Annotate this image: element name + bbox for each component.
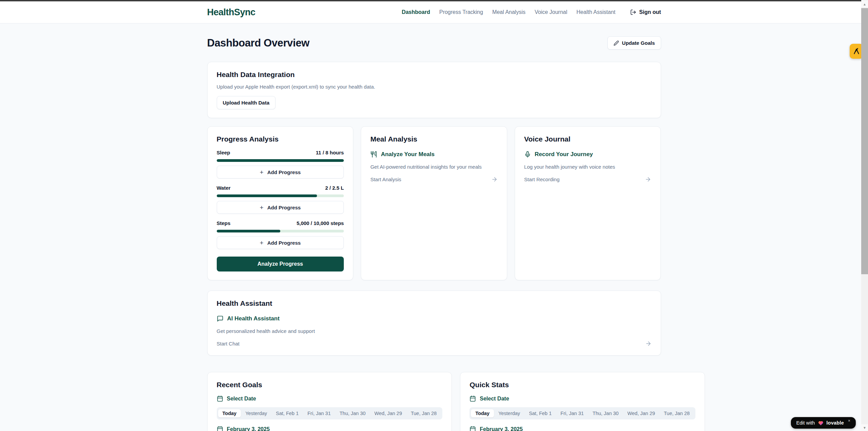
analyze-your-meals-label: Analyze Your Meals <box>381 151 435 158</box>
health-assistant-description: Get personalized health advice and suppo… <box>217 328 652 334</box>
water-progress-fill <box>217 194 317 197</box>
arrow-right-icon <box>491 176 498 183</box>
analyze-your-meals-link[interactable]: Analyze Your Meals <box>370 151 498 158</box>
date-tab-today[interactable]: Today <box>471 409 494 417</box>
date-tab-fri-jan-31[interactable]: Fri, Jan 31 <box>303 409 335 417</box>
scrollbar-down-arrow[interactable]: ▼ <box>861 424 868 431</box>
start-chat-link[interactable]: Start Chat <box>217 340 652 347</box>
metric-sleep-label: Sleep <box>217 150 230 155</box>
plus-icon: + <box>260 169 264 175</box>
metric-sleep-value: 11 / 8 hours <box>316 150 344 155</box>
nav-item-dashboard[interactable]: Dashboard <box>402 9 430 15</box>
recent-goals-select-date[interactable]: Select Date <box>217 395 443 402</box>
date-tab-sat-feb-1[interactable]: Sat, Feb 1 <box>525 409 556 417</box>
date-tab-wed-jan-29[interactable]: Wed, Jan 29 <box>370 409 406 417</box>
sign-out-button[interactable]: Sign out <box>630 9 661 15</box>
metric-steps-label: Steps <box>217 220 231 226</box>
quick-stats-select-date[interactable]: Select Date <box>470 395 695 402</box>
date-tab-thu-jan-30[interactable]: Thu, Jan 30 <box>335 409 370 417</box>
microphone-icon <box>524 151 531 158</box>
steps-progress-fill <box>217 230 280 232</box>
integration-title: Health Data Integration <box>217 71 652 79</box>
integration-description: Upload your Apple Health export (export.… <box>217 84 652 90</box>
recent-goals-title: Recent Goals <box>217 381 443 389</box>
health-data-integration-card: Health Data Integration Upload your Appl… <box>207 62 661 118</box>
date-tab-thu-jan-30[interactable]: Thu, Jan 30 <box>588 409 623 417</box>
arrow-right-icon <box>645 340 652 347</box>
progress-analysis-title: Progress Analysis <box>217 135 344 143</box>
app-header: HealthSync Dashboard Progress Tracking M… <box>0 1 868 23</box>
nav-item-voice-journal[interactable]: Voice Journal <box>535 9 567 15</box>
ai-health-assistant-label: AI Health Assistant <box>227 315 280 322</box>
health-assistant-card: Health Assistant AI Health Assistant Get… <box>207 291 661 356</box>
metric-water-value: 2 / 2.5 L <box>325 185 344 191</box>
start-recording-link[interactable]: Start Recording <box>524 176 652 183</box>
sleep-progress-bar <box>217 159 344 162</box>
chat-bubble-icon <box>217 315 224 322</box>
date-tab-tue-jan-28[interactable]: Tue, Jan 28 <box>406 409 441 417</box>
upload-health-data-button[interactable]: Upload Health Data <box>217 96 276 109</box>
add-progress-label: Add Progress <box>267 240 301 246</box>
lovable-logo-icon <box>853 48 860 55</box>
pencil-icon <box>614 40 619 46</box>
steps-progress-bar <box>217 230 344 232</box>
recent-goals-selected-date: February 3, 2025 <box>217 426 443 431</box>
start-analysis-link[interactable]: Start Analysis <box>370 176 498 183</box>
add-progress-sleep-button[interactable]: + Add Progress <box>217 166 344 179</box>
update-goals-label: Update Goals <box>622 40 655 46</box>
main-nav: Dashboard Progress Tracking Meal Analysi… <box>402 9 661 15</box>
vertical-scrollbar[interactable]: ▲ ▼ <box>861 0 868 431</box>
calendar-icon <box>217 426 223 431</box>
selected-date-label: February 3, 2025 <box>227 426 270 431</box>
calendar-icon <box>217 395 223 402</box>
metric-water: Water 2 / 2.5 L + Add Progress <box>217 185 344 214</box>
selected-date-label: February 3, 2025 <box>480 426 522 431</box>
plus-icon: + <box>260 240 264 246</box>
badge-brand: lovable <box>827 420 844 426</box>
progress-analysis-card: Progress Analysis Sleep 11 / 8 hours + A… <box>207 126 354 280</box>
badge-prefix: Edit with <box>796 420 815 426</box>
date-tab-sat-feb-1[interactable]: Sat, Feb 1 <box>271 409 303 417</box>
quick-stats-title: Quick Stats <box>470 381 695 389</box>
date-tab-yesterday[interactable]: Yesterday <box>494 409 525 417</box>
date-tab-fri-jan-31[interactable]: Fri, Jan 31 <box>556 409 588 417</box>
meal-analysis-card: Meal Analysis Analyze Your Meals Get AI-… <box>361 126 507 280</box>
analyze-progress-button[interactable]: Analyze Progress <box>217 257 344 271</box>
start-recording-label: Start Recording <box>524 176 560 182</box>
nav-item-health-assistant[interactable]: Health Assistant <box>577 9 616 15</box>
sign-out-label: Sign out <box>639 9 661 15</box>
start-chat-label: Start Chat <box>217 341 240 346</box>
nav-item-meal-analysis[interactable]: Meal Analysis <box>492 9 526 15</box>
scrollbar-thumb[interactable] <box>861 8 868 274</box>
arrow-right-icon <box>645 176 651 183</box>
update-goals-button[interactable]: Update Goals <box>607 36 661 50</box>
record-your-journey-link[interactable]: Record Your Journey <box>524 151 652 158</box>
nav-item-progress-tracking[interactable]: Progress Tracking <box>439 9 483 15</box>
heart-icon <box>818 420 824 426</box>
water-progress-bar <box>217 194 344 197</box>
select-date-label: Select Date <box>227 396 256 402</box>
date-tab-today[interactable]: Today <box>218 409 241 417</box>
app-logo[interactable]: HealthSync <box>207 7 255 18</box>
edit-with-lovable-badge[interactable]: Edit with lovable × <box>791 417 856 429</box>
add-progress-label: Add Progress <box>267 205 301 210</box>
quick-stats-selected-date: February 3, 2025 <box>470 426 695 431</box>
metric-steps: Steps 5,000 / 10,000 steps + Add Progres… <box>217 220 344 249</box>
logout-icon <box>630 9 636 15</box>
date-tab-yesterday[interactable]: Yesterday <box>241 409 271 417</box>
calendar-icon <box>470 426 476 431</box>
date-tab-tue-jan-28[interactable]: Tue, Jan 28 <box>659 409 694 417</box>
sleep-progress-fill <box>217 159 344 162</box>
ai-health-assistant-link[interactable]: AI Health Assistant <box>217 315 652 322</box>
scrollbar-up-arrow[interactable]: ▲ <box>861 1 868 7</box>
health-assistant-title: Health Assistant <box>217 299 652 307</box>
voice-journal-title: Voice Journal <box>524 135 652 143</box>
voice-journal-card: Voice Journal Record Your Journey Log yo… <box>515 126 661 280</box>
badge-close-icon[interactable]: × <box>848 418 850 423</box>
recent-goals-date-tabs: Today Yesterday Sat, Feb 1 Fri, Jan 31 T… <box>217 407 443 419</box>
quick-stats-card: Quick Stats Select Date Today Yesterday … <box>460 372 705 431</box>
add-progress-steps-button[interactable]: + Add Progress <box>217 236 344 249</box>
date-tab-wed-jan-29[interactable]: Wed, Jan 29 <box>623 409 659 417</box>
add-progress-water-button[interactable]: + Add Progress <box>217 201 344 214</box>
voice-journal-description: Log your health journey with voice notes <box>524 164 652 170</box>
